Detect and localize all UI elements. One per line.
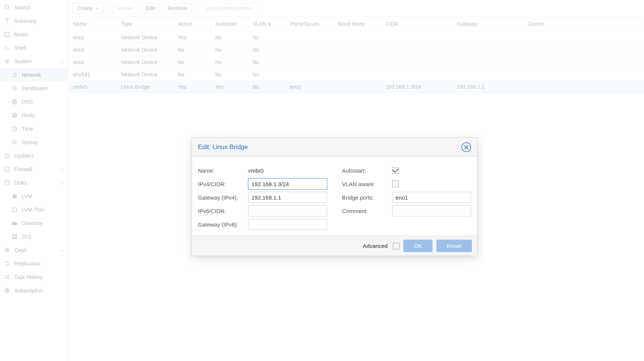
column-header[interactable]: Ports/Slaves <box>286 17 333 31</box>
sidebar-item-updates[interactable]: Updates <box>0 149 68 163</box>
sidebar-item-disks[interactable]: Disks▸ <box>0 176 68 189</box>
dialog-footer: Advanced OK Reset <box>192 236 477 256</box>
sidebar-item-label: System <box>14 58 32 64</box>
sidebar-item-summary[interactable]: Summary <box>0 14 68 28</box>
table-row[interactable]: vmbr0Linux BridgeYesYesNoeno1192.168.1.3… <box>68 81 644 93</box>
sidebar-item-lvm[interactable]: LVM <box>0 189 68 203</box>
cell-name: eno1 <box>68 31 116 44</box>
cell-gateway: 192.168.1.1 <box>452 81 524 93</box>
sidebar-item-dns[interactable]: DNS <box>0 95 68 109</box>
cell-vlan: No <box>248 44 286 56</box>
sidebar-item-hosts[interactable]: Hosts <box>0 109 68 122</box>
cell-active: No <box>173 44 211 56</box>
advanced-checkbox[interactable] <box>393 243 400 249</box>
sidebar-item-shell[interactable]: Shell <box>0 41 68 55</box>
cell-cidr: 192.168.1.3/24 <box>381 81 452 93</box>
gateway-ipv6-input[interactable] <box>248 219 327 230</box>
ok-button[interactable]: OK <box>403 240 433 252</box>
table-row[interactable]: eno1Network DeviceYesNoNo <box>68 31 644 44</box>
svg-point-7 <box>5 180 9 182</box>
sidebar-item-label: LVM <box>22 193 32 199</box>
close-icon <box>464 145 468 149</box>
name-row: Name: vmbr0 <box>198 164 327 177</box>
table-row[interactable]: ens5Network DeviceNoNoNo <box>68 56 644 69</box>
book-icon <box>4 18 10 24</box>
sidebar-item-label: Subscription <box>14 288 43 294</box>
create-button[interactable]: Create ▼ <box>72 3 104 13</box>
sidebar: SearchSummaryNotesShellSystem▸NetworkCer… <box>0 0 68 361</box>
gateway-ipv6-label: Gateway (IPv6): <box>198 221 248 228</box>
sidebar-item-directory[interactable]: Directory <box>0 216 68 230</box>
column-header-label: CIDR <box>386 21 399 27</box>
comment-input[interactable] <box>392 205 471 216</box>
close-button[interactable] <box>461 142 471 152</box>
dialog-body: Name: vmbr0 IPv4/CIDR: Gateway (IPv4): I… <box>192 157 477 236</box>
cell-active: No <box>173 69 211 81</box>
column-header-label: VLAN a… <box>253 21 276 27</box>
sidebar-item-time[interactable]: Time <box>0 122 68 136</box>
sidebar-item-zfs[interactable]: ZFS <box>0 230 68 243</box>
gateway-ipv6-row: Gateway (IPv6): <box>198 218 327 231</box>
bridge-ports-input[interactable] <box>392 192 471 203</box>
remove-label: Remove <box>168 5 187 11</box>
table-row[interactable]: ens5d1Network DeviceNoNoNo <box>68 69 644 81</box>
dialog-title: Edit: Linux Bridge <box>198 143 248 151</box>
column-header[interactable]: CIDR <box>381 17 452 31</box>
sidebar-item-search[interactable]: Search <box>0 1 68 14</box>
column-header[interactable]: Active <box>173 17 211 31</box>
column-header-label: Name <box>73 21 87 27</box>
sidebar-item-notes[interactable]: Notes <box>0 28 68 41</box>
globe-icon <box>11 99 18 105</box>
column-header[interactable]: Name↑ <box>68 17 116 31</box>
sidebar-item-network[interactable]: Network <box>0 68 68 82</box>
svg-point-14 <box>5 248 9 252</box>
table-row[interactable]: eno2Network DeviceNoNoNo <box>68 44 644 56</box>
toolbar-divider <box>108 4 109 12</box>
sidebar-item-certificates[interactable]: Certificates <box>0 82 68 95</box>
vlan-aware-checkbox[interactable] <box>392 180 399 187</box>
column-header[interactable]: Comm <box>524 17 644 31</box>
sidebar-item-firewall[interactable]: Firewall▸ <box>0 163 68 176</box>
cell-comment <box>524 31 644 44</box>
sidebar-item-ceph[interactable]: Ceph▸ <box>0 243 68 257</box>
column-header-label: Gateway <box>457 21 478 27</box>
svg-point-0 <box>5 5 9 9</box>
column-header[interactable]: VLAN a… <box>248 17 286 31</box>
sidebar-item-syslog[interactable]: Syslog <box>0 136 68 149</box>
ipv4cidr-input[interactable] <box>248 178 327 189</box>
apply-config-button[interactable]: Apply Configuration <box>201 3 257 13</box>
column-header[interactable]: Bond Mode <box>333 17 381 31</box>
column-header[interactable]: Type <box>116 17 173 31</box>
reset-button[interactable]: Reset <box>436 240 472 252</box>
column-header[interactable]: Gateway <box>452 17 524 31</box>
cell-type: Linux Bridge <box>116 81 173 93</box>
column-header-label: Type <box>121 21 132 27</box>
column-header-label: Autostart <box>216 21 236 27</box>
remove-button[interactable]: Remove <box>163 3 192 13</box>
shield-icon <box>4 166 10 172</box>
column-header[interactable]: Autostart <box>211 17 248 31</box>
column-header-label: Ports/Slaves <box>290 21 320 27</box>
sidebar-item-system[interactable]: System▸ <box>0 55 68 68</box>
cell-active: Yes <box>173 81 211 93</box>
cell-type: Network Device <box>116 31 173 44</box>
sidebar-item-label: Hosts <box>22 112 35 118</box>
cell-name: eno2 <box>68 44 116 56</box>
sidebar-item-lvm-thin[interactable]: LVM-Thin <box>0 203 68 216</box>
ipv6cidr-input[interactable] <box>248 205 327 216</box>
cell-cidr <box>381 31 452 44</box>
sidebar-item-label: Notes <box>14 31 28 37</box>
sidebar-item-label: Search <box>14 4 31 10</box>
chevron-right-icon: ▸ <box>62 60 64 64</box>
sidebar-item-replication[interactable]: Replication <box>0 257 68 270</box>
sidebar-item-label: Shell <box>14 45 26 51</box>
revert-button[interactable]: Revert <box>113 3 138 13</box>
grid-icon <box>11 234 18 240</box>
column-header-label: Comm <box>528 21 544 27</box>
sidebar-item-subscription[interactable]: Subscription <box>0 284 68 297</box>
autostart-checkbox[interactable] <box>392 167 399 174</box>
edit-button[interactable]: Edit <box>141 3 160 13</box>
gateway-ipv4-input[interactable] <box>248 192 327 203</box>
sidebar-item-task-history[interactable]: Task History <box>0 270 68 284</box>
toolbar-divider <box>196 4 197 12</box>
